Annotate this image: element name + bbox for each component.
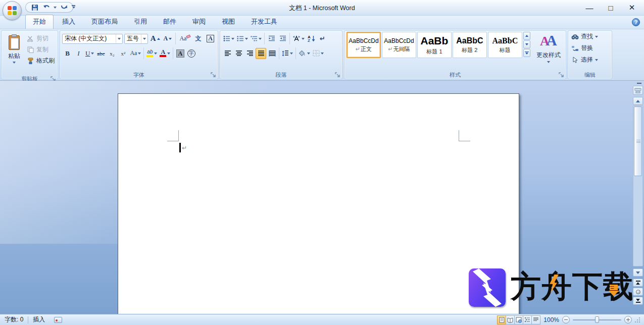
- styles-scroll-down-icon[interactable]: [523, 40, 530, 48]
- insert-mode-indicator[interactable]: 插入: [28, 314, 49, 325]
- zoom-level[interactable]: 100%: [543, 316, 559, 323]
- decrease-indent-button[interactable]: [266, 33, 277, 44]
- select-browse-object-button[interactable]: [633, 288, 643, 296]
- replace-button[interactable]: 替换: [570, 43, 610, 53]
- underline-dropdown-icon[interactable]: [91, 52, 94, 55]
- tab-view[interactable]: 视图: [214, 15, 242, 29]
- style-heading-2[interactable]: AaBbC 标题 2: [453, 32, 487, 58]
- line-spacing-dropdown-icon[interactable]: [290, 52, 293, 55]
- borders-button[interactable]: [312, 48, 325, 59]
- change-styles-dropdown-icon[interactable]: [547, 61, 550, 63]
- character-border-button[interactable]: A: [205, 33, 216, 44]
- text-highlight-button[interactable]: ab: [145, 48, 158, 59]
- strikethrough-button[interactable]: abc: [95, 48, 106, 59]
- bullets-button[interactable]: [222, 33, 235, 44]
- enclose-characters-button[interactable]: 字: [186, 48, 196, 59]
- cut-button[interactable]: 剪切: [26, 34, 56, 43]
- numbering-button[interactable]: [236, 33, 249, 44]
- previous-page-button[interactable]: [633, 279, 643, 287]
- subscript-button[interactable]: x₂: [107, 48, 117, 59]
- resize-grip[interactable]: [635, 317, 641, 322]
- character-shading-button[interactable]: A: [175, 48, 185, 59]
- tab-home[interactable]: 开始: [25, 15, 54, 29]
- tab-mailings[interactable]: 邮件: [156, 15, 184, 29]
- multilevel-list-button[interactable]: [250, 33, 263, 44]
- change-case-button[interactable]: Aa: [129, 48, 142, 59]
- numbering-dropdown-icon[interactable]: [245, 38, 248, 40]
- document-page[interactable]: ↵: [118, 93, 519, 314]
- superscript-button[interactable]: x²: [118, 48, 128, 59]
- styles-scroll-up-icon[interactable]: [523, 32, 530, 40]
- scroll-up-button[interactable]: [633, 97, 643, 105]
- next-page-button[interactable]: [633, 297, 643, 305]
- maximize-button[interactable]: □: [604, 2, 618, 13]
- sort-button[interactable]: A Z: [306, 33, 317, 44]
- shading-button[interactable]: [298, 48, 311, 59]
- font-size-combo[interactable]: 五号: [124, 34, 148, 44]
- style-no-spacing[interactable]: AaBbCcDd ↵无间隔: [382, 32, 416, 58]
- close-button[interactable]: ✕: [625, 2, 639, 13]
- word-count[interactable]: 字数: 0: [0, 314, 28, 325]
- font-color-button[interactable]: A: [159, 48, 171, 59]
- select-dropdown-icon[interactable]: [595, 59, 598, 61]
- zoom-slider[interactable]: [573, 316, 621, 323]
- draft-view-button[interactable]: [531, 315, 540, 324]
- shrink-font-button[interactable]: A: [162, 33, 173, 44]
- tab-review[interactable]: 审阅: [185, 15, 213, 29]
- change-case-dropdown-icon[interactable]: [138, 52, 141, 55]
- change-styles-button[interactable]: AA 更改样式: [533, 32, 564, 70]
- grow-font-button[interactable]: A: [150, 33, 161, 44]
- align-right-button[interactable]: [244, 48, 255, 59]
- web-layout-view-button[interactable]: [514, 315, 523, 324]
- paste-dropdown-icon[interactable]: [13, 62, 16, 64]
- help-icon[interactable]: ?: [632, 18, 640, 26]
- font-name-combo[interactable]: 宋体 (中文正文): [62, 34, 123, 44]
- tab-developer[interactable]: 开发工具: [243, 15, 285, 29]
- line-spacing-button[interactable]: [281, 48, 294, 59]
- style-normal[interactable]: AaBbCcDd ↵正文: [346, 32, 381, 58]
- font-color-dropdown-icon[interactable]: [167, 52, 170, 55]
- paste-button[interactable]: 粘贴: [4, 32, 25, 75]
- font-name-dropdown-icon[interactable]: [118, 38, 121, 40]
- bold-button[interactable]: B: [62, 48, 73, 59]
- shading-dropdown-icon[interactable]: [307, 52, 310, 55]
- ruler-toggle-button[interactable]: [633, 86, 643, 95]
- copy-button[interactable]: 复制: [26, 45, 56, 55]
- justify-button[interactable]: [256, 48, 266, 59]
- minimize-button[interactable]: —: [582, 2, 597, 13]
- underline-button[interactable]: U: [84, 48, 95, 59]
- styles-dialog-launcher-icon[interactable]: [559, 72, 564, 78]
- outline-view-button[interactable]: [523, 315, 532, 324]
- find-dropdown-icon[interactable]: [595, 36, 598, 38]
- align-left-button[interactable]: [222, 48, 233, 59]
- full-screen-reading-view-button[interactable]: [506, 315, 515, 324]
- font-size-dropdown-icon[interactable]: [143, 38, 146, 40]
- multilevel-dropdown-icon[interactable]: [259, 38, 262, 40]
- zoom-out-button[interactable]: [562, 316, 570, 323]
- find-button[interactable]: 查找: [570, 32, 610, 41]
- style-title[interactable]: AaBbC 标题: [488, 32, 522, 58]
- font-dialog-launcher-icon[interactable]: [211, 72, 216, 78]
- tab-references[interactable]: 引用: [126, 15, 155, 29]
- office-button[interactable]: [3, 1, 22, 20]
- clear-formatting-button[interactable]: Aa: [178, 33, 191, 44]
- scrollbar-thumb[interactable]: [634, 106, 642, 176]
- select-button[interactable]: 选择: [570, 55, 610, 65]
- print-layout-view-button[interactable]: [497, 315, 506, 324]
- distribute-button[interactable]: [267, 48, 277, 59]
- bullets-dropdown-icon[interactable]: [231, 38, 234, 40]
- zoom-in-button[interactable]: [624, 316, 632, 323]
- split-handle[interactable]: [637, 83, 641, 84]
- increase-indent-button[interactable]: [277, 33, 288, 44]
- show-hide-marks-button[interactable]: ↵: [317, 33, 328, 44]
- asian-layout-button[interactable]: [291, 33, 306, 44]
- zoom-slider-thumb[interactable]: [595, 316, 599, 323]
- macro-record-button[interactable]: [49, 314, 67, 325]
- paragraph-dialog-launcher-icon[interactable]: [335, 72, 340, 78]
- phonetic-guide-button[interactable]: 文: [193, 33, 204, 44]
- scrollbar-track[interactable]: [633, 105, 643, 266]
- styles-more-icon[interactable]: [523, 49, 530, 57]
- style-heading-1[interactable]: AaBb 标题 1: [417, 32, 452, 58]
- tab-page-layout[interactable]: 页面布局: [84, 15, 125, 29]
- align-center-button[interactable]: [233, 48, 244, 59]
